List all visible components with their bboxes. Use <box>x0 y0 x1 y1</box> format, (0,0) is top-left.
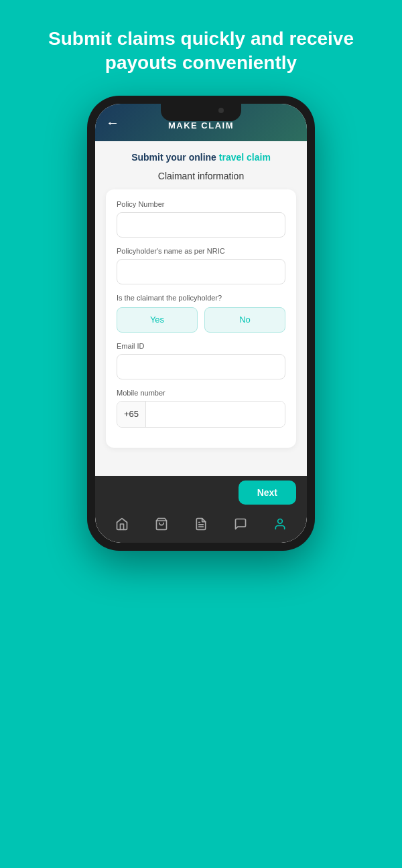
nav-profile[interactable] <box>268 512 292 536</box>
policyholder-name-label: Policyholder's name as per NRIC <box>117 247 285 255</box>
email-label: Email ID <box>117 342 285 350</box>
policyholder-name-input[interactable] <box>117 259 285 284</box>
phone-screen: ← MAKE CLAIM Submit your online travel c… <box>95 104 307 543</box>
policy-number-input[interactable] <box>117 212 285 238</box>
phone-camera <box>218 108 224 113</box>
claim-heading: Submit your online travel claim <box>106 152 296 163</box>
claim-heading-normal: Submit your online <box>131 152 219 163</box>
mobile-label: Mobile number <box>117 389 285 397</box>
screen-content: Submit your online travel claim Claimant… <box>95 141 307 476</box>
nav-claims[interactable] <box>189 512 213 536</box>
claimant-question-field: Is the claimant the policyholder? Yes No <box>117 294 285 333</box>
email-field: Email ID <box>117 342 285 379</box>
next-button[interactable]: Next <box>239 481 296 505</box>
policy-number-label: Policy Number <box>117 200 285 208</box>
phone-notch <box>161 104 241 121</box>
mobile-field: Mobile number +65 <box>117 389 285 428</box>
phone-mockup: ← MAKE CLAIM Submit your online travel c… <box>87 96 315 868</box>
email-input[interactable] <box>117 354 285 379</box>
mobile-field-wrapper: +65 <box>117 401 285 428</box>
no-button[interactable]: No <box>204 307 285 333</box>
form-card: Policy Number Policyholder's name as per… <box>106 189 296 448</box>
mobile-input[interactable] <box>146 402 285 427</box>
claimant-question-label: Is the claimant the policyholder? <box>117 294 285 302</box>
nav-shop[interactable] <box>149 512 174 536</box>
bottom-bar: Next <box>95 476 307 509</box>
back-button[interactable]: ← <box>106 114 119 130</box>
section-title: Claimant information <box>106 171 296 181</box>
svg-point-3 <box>278 519 283 523</box>
hero-text: Submit claims quickly and receive payout… <box>0 0 402 96</box>
yes-button[interactable]: Yes <box>117 307 198 333</box>
nav-home[interactable] <box>110 512 134 536</box>
screen-title: MAKE CLAIM <box>168 120 234 131</box>
country-code: +65 <box>117 402 146 427</box>
policyholder-name-field: Policyholder's name as per NRIC <box>117 247 285 284</box>
yes-no-group: Yes No <box>117 307 285 333</box>
policy-number-field: Policy Number <box>117 200 285 238</box>
phone-outer: ← MAKE CLAIM Submit your online travel c… <box>87 96 315 551</box>
bottom-nav <box>95 509 307 543</box>
hero-section: Submit claims quickly and receive payout… <box>0 0 402 96</box>
claim-heading-highlight: travel claim <box>219 152 271 163</box>
nav-help[interactable] <box>228 512 253 536</box>
